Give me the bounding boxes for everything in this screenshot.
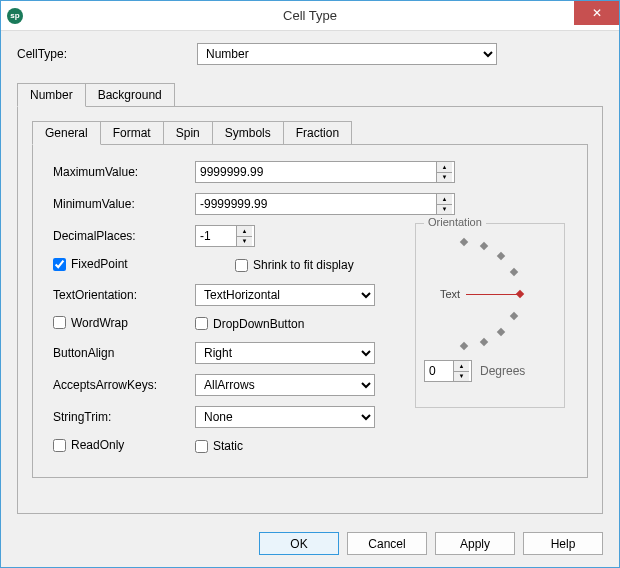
close-icon: ✕ — [592, 6, 602, 20]
wordwrap-col: WordWrap — [45, 316, 195, 333]
wordwrap-checkbox[interactable]: WordWrap — [53, 316, 128, 330]
readonly-input[interactable] — [53, 439, 66, 452]
orientation-dot[interactable] — [480, 338, 488, 346]
max-label: MaximumValue: — [45, 165, 195, 179]
tab-background[interactable]: Background — [85, 83, 175, 106]
spin-up-icon[interactable]: ▲ — [437, 194, 452, 205]
button-bar: OK Cancel Apply Help — [1, 522, 619, 567]
tab-format[interactable]: Format — [100, 121, 164, 144]
orientation-dot[interactable] — [460, 342, 468, 350]
apply-button[interactable]: Apply — [435, 532, 515, 555]
spin-down-icon[interactable]: ▼ — [454, 372, 469, 382]
spin-down-icon[interactable]: ▼ — [237, 237, 252, 247]
degrees-spinner[interactable]: ▲▼ — [424, 360, 472, 382]
dropdown-checkbox[interactable]: DropDownButton — [195, 317, 304, 331]
titlebar: sp Cell Type ✕ — [1, 1, 619, 31]
help-button[interactable]: Help — [523, 532, 603, 555]
static-label: Static — [213, 439, 243, 453]
orientation-dot[interactable] — [497, 252, 505, 260]
shrink-input[interactable] — [235, 259, 248, 272]
static-input[interactable] — [195, 440, 208, 453]
orientation-text: Text — [440, 288, 460, 300]
buttonalign-select[interactable]: Right — [195, 342, 375, 364]
textorient-select[interactable]: TextHorizontal — [195, 284, 375, 306]
arrowkeys-label: AcceptsArrowKeys: — [45, 378, 195, 392]
outer-tabstrip: Number Background — [17, 83, 603, 106]
fixedpoint-input[interactable] — [53, 258, 66, 271]
spin-up-icon[interactable]: ▲ — [237, 226, 252, 237]
fixedpoint-col: FixedPoint — [45, 257, 195, 274]
readonly-label: ReadOnly — [71, 438, 124, 452]
content-area: CellType: Number Number Background Gener… — [1, 31, 619, 522]
max-value-spinner[interactable]: ▲▼ — [195, 161, 455, 183]
app-icon: sp — [7, 8, 23, 24]
textorient-label: TextOrientation: — [45, 288, 195, 302]
readonly-col: ReadOnly — [45, 438, 195, 455]
dec-label: DecimalPlaces: — [45, 229, 195, 243]
degrees-spin-buttons[interactable]: ▲▼ — [453, 361, 469, 381]
dec-value-input[interactable] — [196, 226, 236, 246]
spin-up-icon[interactable]: ▲ — [437, 162, 452, 173]
orientation-dot[interactable] — [497, 328, 505, 336]
shrink-checkbox[interactable]: Shrink to fit display — [235, 258, 354, 272]
dec-spin-buttons[interactable]: ▲▼ — [236, 226, 252, 246]
ok-button[interactable]: OK — [259, 532, 339, 555]
inner-tabpanel: MaximumValue: ▲▼ MinimumValue: ▲▼ Decima… — [32, 144, 588, 478]
orientation-group: Orientation Text — [415, 223, 565, 408]
dec-value-spinner[interactable]: ▲▼ — [195, 225, 255, 247]
tab-general[interactable]: General — [32, 121, 101, 145]
orientation-dot[interactable] — [510, 312, 518, 320]
celltype-row: CellType: Number — [17, 43, 603, 65]
stringtrim-select[interactable]: None — [195, 406, 375, 428]
buttonalign-label: ButtonAlign — [45, 346, 195, 360]
wordwrap-label: WordWrap — [71, 316, 128, 330]
stringtrim-label: StringTrim: — [45, 410, 195, 424]
orientation-dot[interactable] — [480, 242, 488, 250]
dropdown-input[interactable] — [195, 317, 208, 330]
static-checkbox[interactable]: Static — [195, 439, 243, 453]
degrees-label: Degrees — [480, 364, 525, 378]
readonly-checkbox[interactable]: ReadOnly — [53, 438, 124, 452]
celltype-label: CellType: — [17, 47, 197, 61]
fixedpoint-label: FixedPoint — [71, 257, 128, 271]
orientation-dot[interactable] — [460, 238, 468, 246]
wordwrap-input[interactable] — [53, 316, 66, 329]
inner-tabstrip: General Format Spin Symbols Fraction — [32, 121, 588, 144]
min-value-spinner[interactable]: ▲▼ — [195, 193, 455, 215]
max-spin-buttons[interactable]: ▲▼ — [436, 162, 452, 182]
max-value-input[interactable] — [196, 162, 436, 182]
shrink-label: Shrink to fit display — [253, 258, 354, 272]
orientation-dial[interactable]: Text — [424, 232, 556, 354]
orientation-line — [466, 294, 518, 295]
min-value-input[interactable] — [196, 194, 436, 214]
orientation-dot[interactable] — [510, 268, 518, 276]
spin-down-icon[interactable]: ▼ — [437, 205, 452, 215]
tab-number[interactable]: Number — [17, 83, 86, 107]
celltype-select[interactable]: Number — [197, 43, 497, 65]
degrees-input[interactable] — [425, 361, 453, 381]
outer-tabpanel: General Format Spin Symbols Fraction Max… — [17, 106, 603, 514]
dropdown-label: DropDownButton — [213, 317, 304, 331]
dialog-window: sp Cell Type ✕ CellType: Number Number B… — [0, 0, 620, 568]
tab-symbols[interactable]: Symbols — [212, 121, 284, 144]
fixedpoint-checkbox[interactable]: FixedPoint — [53, 257, 128, 271]
orientation-dot-selected[interactable] — [516, 290, 524, 298]
tab-fraction[interactable]: Fraction — [283, 121, 352, 144]
min-label: MinimumValue: — [45, 197, 195, 211]
tab-spin[interactable]: Spin — [163, 121, 213, 144]
spin-down-icon[interactable]: ▼ — [437, 173, 452, 183]
spin-up-icon[interactable]: ▲ — [454, 361, 469, 372]
window-title: Cell Type — [1, 8, 619, 23]
close-button[interactable]: ✕ — [574, 1, 619, 25]
cancel-button[interactable]: Cancel — [347, 532, 427, 555]
min-spin-buttons[interactable]: ▲▼ — [436, 194, 452, 214]
orientation-legend: Orientation — [424, 216, 486, 228]
arrowkeys-select[interactable]: AllArrows — [195, 374, 375, 396]
